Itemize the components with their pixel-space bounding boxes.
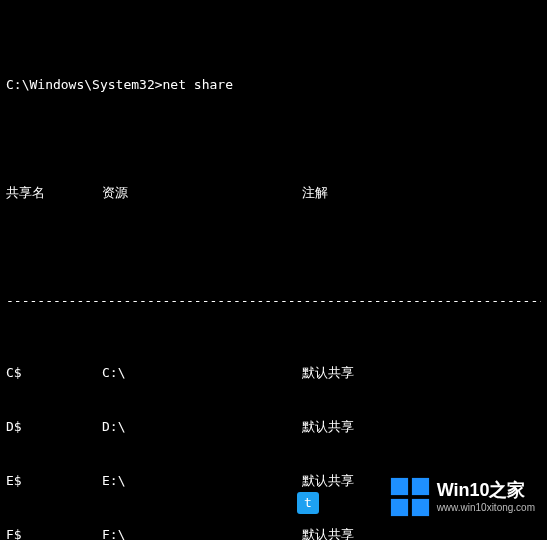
command-text: net share [163, 77, 233, 92]
divider-line: ----------------------------------------… [6, 292, 541, 310]
blank-line [6, 238, 541, 256]
header-remark: 注解 [302, 184, 328, 202]
share-resource: F:\ [102, 526, 302, 540]
share-name: D$ [6, 418, 102, 436]
social-badge-icon: t [297, 492, 319, 514]
share-name: C$ [6, 364, 102, 382]
windows-logo-icon [389, 476, 431, 518]
prompt-text: C:\Windows\System32> [6, 77, 163, 92]
header-resource: 资源 [102, 184, 302, 202]
svg-rect-1 [412, 478, 429, 495]
watermark-url: www.win10xitong.com [437, 503, 535, 513]
share-resource: E:\ [102, 472, 302, 490]
badge-glyph: t [304, 494, 312, 512]
command-prompt-terminal[interactable]: C:\Windows\System32>net share 共享名资源注解 --… [0, 0, 547, 540]
command-line: C:\Windows\System32>net share [6, 76, 541, 94]
table-row: F$F:\默认共享 [6, 526, 541, 540]
svg-rect-3 [412, 499, 429, 516]
svg-rect-0 [391, 478, 408, 495]
table-row: C$C:\默认共享 [6, 364, 541, 382]
share-remark: 默认共享 [302, 526, 354, 540]
table-row: D$D:\默认共享 [6, 418, 541, 436]
header-name: 共享名 [6, 184, 102, 202]
watermark-title: Win10之家 [437, 481, 535, 499]
share-name: F$ [6, 526, 102, 540]
blank-line [6, 130, 541, 148]
share-resource: D:\ [102, 418, 302, 436]
watermark: Win10之家 www.win10xitong.com [383, 472, 541, 522]
svg-rect-2 [391, 499, 408, 516]
share-remark: 默认共享 [302, 472, 354, 490]
share-remark: 默认共享 [302, 418, 354, 436]
table-header: 共享名资源注解 [6, 184, 541, 202]
share-remark: 默认共享 [302, 364, 354, 382]
share-resource: C:\ [102, 364, 302, 382]
share-name: E$ [6, 472, 102, 490]
